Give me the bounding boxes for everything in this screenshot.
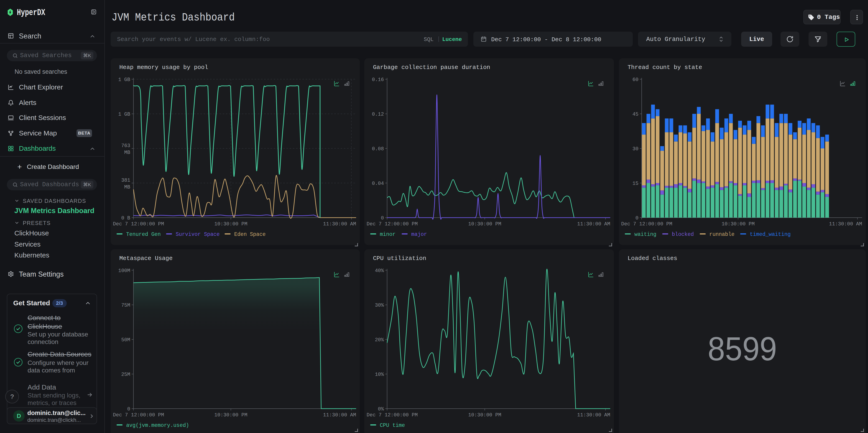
svg-text:25M: 25M bbox=[121, 372, 130, 377]
svg-text:50M: 50M bbox=[121, 337, 130, 343]
svg-text:waiting: waiting bbox=[634, 231, 656, 238]
svg-text:Tenured Gen: Tenured Gen bbox=[126, 231, 161, 238]
svg-text:11:30:00 AM: 11:30:00 AM bbox=[323, 221, 356, 227]
svg-text:11:30:00 AM: 11:30:00 AM bbox=[577, 412, 610, 418]
svg-text:0.08: 0.08 bbox=[372, 146, 384, 152]
svg-text:Dec 7 12:00:00 PM: Dec 7 12:00:00 PM bbox=[367, 412, 417, 418]
svg-text:Dec 7 12:00:00 PM: Dec 7 12:00:00 PM bbox=[367, 221, 417, 227]
svg-text:0.16: 0.16 bbox=[372, 77, 384, 83]
svg-text:11:30:00 AM: 11:30:00 AM bbox=[829, 221, 862, 227]
svg-text:Survivor Space: Survivor Space bbox=[176, 231, 219, 238]
svg-text:major: major bbox=[411, 231, 427, 238]
svg-text:10:30:00 PM: 10:30:00 PM bbox=[214, 221, 247, 227]
svg-text:763: 763 bbox=[121, 143, 130, 149]
svg-text:10:30:00 PM: 10:30:00 PM bbox=[468, 221, 501, 227]
svg-text:minor: minor bbox=[380, 231, 396, 238]
svg-text:avg(jvm.memory.used): avg(jvm.memory.used) bbox=[126, 423, 189, 428]
svg-text:blocked: blocked bbox=[672, 231, 694, 238]
svg-text:timed_waiting: timed_waiting bbox=[750, 231, 790, 238]
svg-text:0: 0 bbox=[381, 215, 384, 221]
svg-text:Dec 7 12:00:00 PM: Dec 7 12:00:00 PM bbox=[113, 412, 164, 418]
svg-text:0.12: 0.12 bbox=[372, 112, 384, 117]
svg-text:20%: 20% bbox=[375, 337, 384, 343]
svg-text:MB: MB bbox=[124, 150, 130, 155]
svg-text:Eden Space: Eden Space bbox=[234, 231, 266, 238]
svg-text:CPU time: CPU time bbox=[380, 423, 405, 428]
svg-text:10:30:00 PM: 10:30:00 PM bbox=[468, 412, 501, 418]
svg-text:60: 60 bbox=[632, 77, 639, 83]
svg-text:0%: 0% bbox=[378, 406, 384, 412]
svg-text:381: 381 bbox=[121, 178, 130, 183]
svg-text:30: 30 bbox=[632, 146, 639, 152]
svg-text:runnable: runnable bbox=[709, 231, 734, 238]
svg-text:11:30:00 AM: 11:30:00 AM bbox=[577, 221, 610, 227]
svg-text:10%: 10% bbox=[375, 372, 384, 377]
svg-text:0 B: 0 B bbox=[121, 215, 130, 221]
svg-text:1 GB: 1 GB bbox=[118, 112, 130, 117]
svg-text:75M: 75M bbox=[121, 303, 130, 308]
svg-text:Dec 7 12:00:00 PM: Dec 7 12:00:00 PM bbox=[621, 221, 672, 227]
svg-text:0.04: 0.04 bbox=[372, 181, 384, 186]
svg-text:40%: 40% bbox=[375, 268, 384, 274]
svg-text:15: 15 bbox=[632, 181, 639, 186]
svg-text:100M: 100M bbox=[118, 268, 130, 274]
svg-text:45: 45 bbox=[632, 112, 639, 117]
svg-text:10:30:00 PM: 10:30:00 PM bbox=[721, 221, 754, 227]
svg-text:11:30:00 AM: 11:30:00 AM bbox=[323, 412, 356, 418]
svg-text:MB: MB bbox=[124, 184, 130, 190]
svg-text:10:30:00 PM: 10:30:00 PM bbox=[214, 412, 247, 418]
svg-text:30%: 30% bbox=[375, 303, 384, 308]
svg-text:Dec 7 12:00:00 PM: Dec 7 12:00:00 PM bbox=[113, 221, 164, 227]
svg-text:1 GB: 1 GB bbox=[118, 77, 130, 83]
svg-text:0: 0 bbox=[127, 406, 130, 412]
svg-text:0: 0 bbox=[636, 215, 639, 221]
